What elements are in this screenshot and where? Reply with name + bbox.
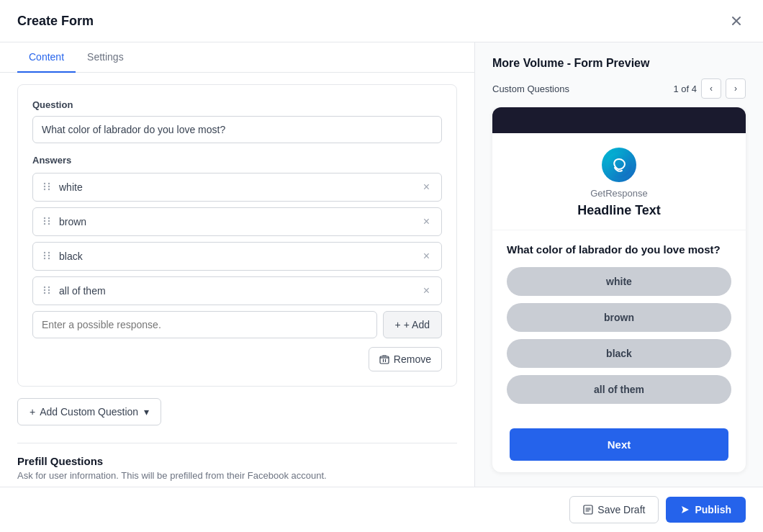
preview-nav: Custom Questions 1 of 4 ‹ › bbox=[492, 78, 746, 99]
remove-answer-3[interactable]: × bbox=[420, 250, 433, 263]
brand-name: GetResponse bbox=[507, 188, 731, 199]
drag-handle-1[interactable] bbox=[42, 181, 52, 194]
svg-point-19 bbox=[44, 289, 45, 290]
answer-item: brown × bbox=[32, 207, 442, 236]
remove-answer-2[interactable]: × bbox=[420, 215, 433, 228]
preview-header: More Volume - Form Preview Custom Questi… bbox=[475, 42, 763, 107]
save-draft-label: Save Draft bbox=[597, 504, 645, 515]
svg-point-0 bbox=[44, 182, 45, 184]
right-panel: More Volume - Form Preview Custom Questi… bbox=[475, 42, 763, 487]
remove-label: Remove bbox=[394, 353, 431, 365]
save-draft-button[interactable]: Save Draft bbox=[569, 496, 659, 523]
svg-point-1 bbox=[44, 185, 45, 186]
drag-handle-4[interactable] bbox=[42, 285, 52, 297]
svg-point-11 bbox=[48, 222, 50, 224]
prev-button[interactable]: ‹ bbox=[701, 78, 721, 99]
svg-point-20 bbox=[44, 292, 45, 293]
tabs: Content Settings bbox=[0, 42, 474, 73]
send-icon bbox=[680, 505, 690, 515]
plus-icon: + bbox=[30, 406, 35, 418]
svg-point-5 bbox=[48, 188, 50, 189]
preview-title: More Volume - Form Preview bbox=[492, 57, 746, 70]
question-preview-section: What color of labrador do you love most?… bbox=[492, 230, 746, 423]
svg-point-3 bbox=[48, 182, 50, 184]
add-answer-row: + + Add bbox=[32, 311, 442, 338]
preview-top-bar bbox=[492, 107, 746, 133]
getresponse-logo-icon bbox=[606, 152, 632, 178]
drag-handle-2[interactable] bbox=[42, 216, 52, 228]
svg-point-7 bbox=[44, 220, 45, 221]
prefill-title: Prefill Questions bbox=[17, 455, 457, 467]
svg-point-16 bbox=[48, 254, 50, 256]
svg-point-14 bbox=[44, 257, 45, 258]
next-nav-button[interactable]: › bbox=[726, 78, 746, 99]
modal-title: Create Form bbox=[17, 14, 94, 29]
answer-text-2: brown bbox=[59, 216, 420, 227]
answer-text-4: all of them bbox=[59, 285, 420, 297]
add-label: + Add bbox=[404, 319, 430, 330]
svg-point-13 bbox=[44, 254, 45, 256]
save-icon bbox=[583, 505, 593, 515]
page-indicator: 1 of 4 bbox=[673, 84, 697, 94]
svg-point-9 bbox=[48, 217, 50, 218]
svg-point-18 bbox=[44, 286, 45, 287]
publish-button[interactable]: Publish bbox=[666, 497, 746, 523]
add-question-row: + Add Custom Question ▾ bbox=[17, 398, 457, 437]
preview-answer-brown[interactable]: brown bbox=[507, 303, 731, 332]
question-preview-text: What color of labrador do you love most? bbox=[507, 242, 731, 257]
custom-questions-label: Custom Questions bbox=[492, 84, 569, 94]
preview-answer-black[interactable]: black bbox=[507, 339, 731, 368]
left-content: Question Answers white × bbox=[0, 73, 474, 487]
modal-footer: Save Draft Publish bbox=[0, 487, 763, 532]
question-label: Question bbox=[32, 99, 442, 110]
svg-point-21 bbox=[48, 286, 50, 287]
publish-label: Publish bbox=[695, 504, 731, 515]
question-input[interactable] bbox=[32, 116, 442, 143]
answers-label: Answers bbox=[32, 155, 442, 166]
svg-point-23 bbox=[48, 292, 50, 293]
plus-icon: + bbox=[395, 319, 401, 330]
modal-body: Content Settings Question Answers white bbox=[0, 42, 763, 487]
brand-logo bbox=[602, 148, 636, 182]
left-panel: Content Settings Question Answers white bbox=[0, 42, 475, 487]
tab-content[interactable]: Content bbox=[17, 42, 76, 73]
svg-point-12 bbox=[44, 251, 45, 253]
answer-item: white × bbox=[32, 173, 442, 202]
prefill-subtitle: Ask for user information. This will be p… bbox=[17, 470, 457, 481]
svg-point-4 bbox=[48, 185, 50, 186]
add-answer-input[interactable] bbox=[32, 311, 377, 338]
divider bbox=[17, 443, 457, 443]
preview-answer-all[interactable]: all of them bbox=[507, 375, 731, 404]
close-button[interactable] bbox=[727, 12, 746, 30]
modal: Create Form Content Settings Question An… bbox=[0, 0, 763, 532]
answer-item: all of them × bbox=[32, 276, 442, 305]
remove-button[interactable]: Remove bbox=[369, 347, 442, 371]
modal-header: Create Form bbox=[0, 0, 763, 42]
svg-point-8 bbox=[44, 222, 45, 224]
drag-handle-3[interactable] bbox=[42, 251, 52, 263]
preview-next-button[interactable]: Next bbox=[510, 428, 728, 461]
answer-text-3: black bbox=[59, 251, 420, 262]
remove-answer-4[interactable]: × bbox=[420, 284, 433, 297]
add-answer-button[interactable]: + + Add bbox=[383, 311, 442, 338]
add-custom-question-button[interactable]: + Add Custom Question ▾ bbox=[17, 398, 161, 425]
svg-point-10 bbox=[48, 220, 50, 221]
prefill-section: Prefill Questions Ask for user informati… bbox=[17, 455, 457, 487]
svg-point-17 bbox=[48, 257, 50, 258]
question-section: Question Answers white × bbox=[17, 84, 457, 387]
tab-settings[interactable]: Settings bbox=[76, 42, 135, 73]
dropdown-icon: ▾ bbox=[144, 406, 149, 418]
svg-point-2 bbox=[44, 188, 45, 189]
preview-card: GetResponse Headline Text What color of … bbox=[492, 107, 746, 472]
answer-item: black × bbox=[32, 242, 442, 271]
svg-point-6 bbox=[44, 217, 45, 218]
svg-point-15 bbox=[48, 251, 50, 253]
nav-controls: 1 of 4 ‹ › bbox=[673, 78, 746, 99]
brand-headline: Headline Text bbox=[507, 203, 731, 218]
remove-section-row: Remove bbox=[32, 347, 442, 371]
remove-answer-1[interactable]: × bbox=[420, 181, 433, 194]
preview-content: GetResponse Headline Text What color of … bbox=[475, 107, 763, 487]
add-custom-question-label: Add Custom Question bbox=[40, 406, 138, 418]
preview-answer-white[interactable]: white bbox=[507, 267, 731, 296]
answer-text-1: white bbox=[59, 181, 420, 193]
